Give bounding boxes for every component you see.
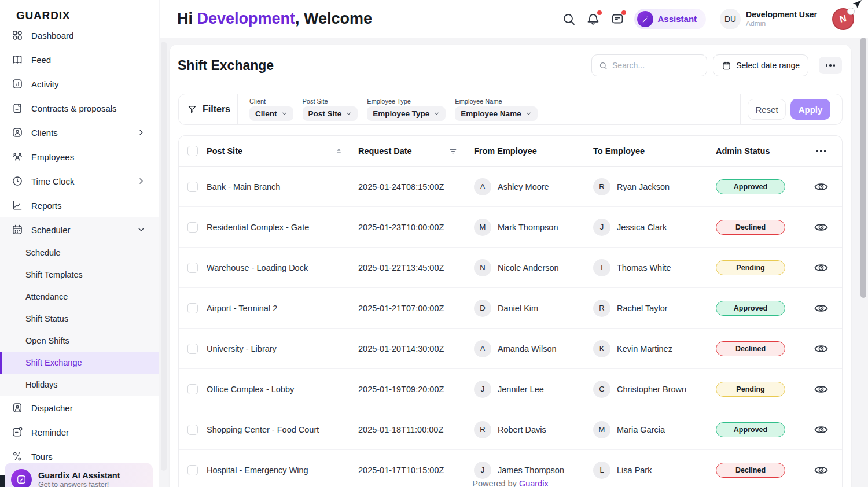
select-date-range-button[interactable]: Select date range (713, 54, 808, 76)
dispatcher-icon (12, 402, 23, 414)
user-menu[interactable]: Development User Admin (746, 9, 817, 29)
table-row: Bank - Main Branch 2025-01-24T08:15:00Z … (179, 167, 842, 207)
sidebar-item-label: Employees (31, 152, 74, 162)
eye-icon (814, 422, 829, 437)
view-details-button[interactable] (811, 258, 831, 278)
ai-card-subtitle: Get to answers faster! (38, 481, 120, 487)
view-details-button[interactable] (811, 379, 831, 399)
calendar-icon (722, 61, 731, 71)
column-header-request-date: Request Date (358, 146, 412, 156)
chevron-down-icon (433, 110, 440, 117)
sidebar-item-clients[interactable]: Clients (0, 120, 159, 145)
post-site-value: Warehouse - Loading Dock (207, 263, 308, 272)
search-input[interactable] (612, 61, 700, 70)
filter-lines-icon[interactable] (448, 146, 458, 156)
sidebar-subitem-open-shifts[interactable]: Open Shifts (0, 330, 159, 352)
sidebar-subitem-shift-status[interactable]: Shift Status (0, 308, 159, 330)
contracts-icon (12, 102, 23, 114)
reset-button[interactable]: Reset (748, 99, 786, 120)
view-details-button[interactable] (811, 298, 831, 318)
scheduler-group: Scheduler Schedule Shift Templates Atten… (0, 217, 159, 396)
column-header-from-employee: From Employee (474, 146, 537, 156)
sidebar-item-dashboard[interactable]: Dashboard (0, 23, 159, 47)
status-badge: Approved (716, 301, 785, 316)
view-details-button[interactable] (811, 420, 831, 440)
row-checkbox[interactable] (187, 182, 198, 192)
view-details-button[interactable] (811, 177, 831, 197)
from-employee-name: James Thompson (498, 466, 564, 475)
filter-group-client: Client Client (249, 98, 293, 121)
sidebar-scrollbar[interactable] (161, 42, 167, 471)
post-site-filter-dropdown[interactable]: Post Site (303, 106, 358, 121)
sidebar-item-reminder[interactable]: Reminder (0, 420, 159, 444)
main-scrollbar[interactable] (860, 38, 866, 298)
row-checkbox[interactable] (187, 303, 198, 313)
post-site-value: Residential Complex - Gate (207, 223, 309, 232)
sidebar-item-reports[interactable]: Reports (0, 193, 159, 217)
guardix-link[interactable]: Guardix (519, 479, 549, 487)
sidebar-item-activity[interactable]: Activity (0, 72, 159, 96)
select-all-checkbox[interactable] (187, 146, 198, 156)
from-employee-avatar: N (474, 259, 491, 276)
status-badge: Pending (716, 260, 785, 275)
sort-icon[interactable] (334, 147, 343, 156)
sidebar-item-feed[interactable]: Feed (0, 47, 159, 72)
messages-icon[interactable] (610, 12, 625, 27)
assistant-button[interactable]: Assistant (634, 9, 707, 29)
notifications-bell-icon[interactable] (586, 12, 601, 27)
filters-bar: Filters Client Client Post Site Po (178, 94, 843, 125)
user-initials-avatar[interactable]: DU (720, 9, 741, 29)
request-date-value: 2025-01-22T13:45:00Z (358, 263, 444, 272)
sidebar-item-time-clock[interactable]: Time Clock (0, 169, 159, 193)
view-details-button[interactable] (811, 217, 831, 237)
card-header-actions: Select date range (591, 54, 842, 76)
column-header-post-site: Post Site (207, 146, 242, 156)
view-details-button[interactable] (811, 460, 831, 480)
row-checkbox[interactable] (187, 384, 198, 394)
sidebar-item-scheduler[interactable]: Scheduler (0, 217, 159, 242)
shift-exchange-card: Shift Exchange Select date range (170, 45, 851, 487)
profile-avatar[interactable]: N (832, 8, 854, 30)
sidebar-item-employees[interactable]: Employees (0, 145, 159, 169)
row-checkbox[interactable] (187, 344, 198, 354)
to-employee-name: Kevin Martinez (617, 344, 672, 353)
status-badge: Pending (716, 382, 785, 397)
to-employee-name: Rachel Taylor (617, 304, 668, 313)
to-employee-name: Ryan Jackson (617, 182, 670, 191)
client-filter-dropdown[interactable]: Client (249, 106, 293, 121)
to-employee-avatar: M (593, 421, 610, 438)
eye-icon (814, 179, 829, 194)
content-area: Shift Exchange Select date range (160, 38, 868, 487)
sidebar-subitem-holidays[interactable]: Holidays (0, 374, 159, 396)
row-checkbox[interactable] (187, 465, 198, 475)
row-checkbox[interactable] (187, 222, 198, 233)
more-options-button[interactable] (819, 57, 842, 74)
filter-group-employee-type: Employee Type Employee Type (367, 98, 446, 121)
filter-label: Post Site (303, 98, 358, 105)
from-employee-avatar: R (474, 421, 491, 438)
sidebar-item-dispatcher[interactable]: Dispatcher (0, 396, 159, 420)
sidebar-subitem-shift-exchange[interactable]: Shift Exchange (0, 352, 159, 374)
sidebar-item-label: Clients (31, 128, 58, 138)
from-employee-avatar: A (474, 340, 491, 357)
to-employee-avatar: R (593, 300, 610, 317)
sidebar-subitem-shift-templates[interactable]: Shift Templates (0, 264, 159, 286)
view-details-button[interactable] (811, 339, 831, 359)
employee-name-filter-dropdown[interactable]: Employee Name (455, 106, 537, 121)
dashboard-icon (12, 29, 23, 41)
filter-group-employee-name: Employee Name Employee Name (455, 98, 537, 121)
eye-icon (814, 260, 829, 275)
post-site-value: University - Library (207, 344, 277, 353)
row-checkbox[interactable] (187, 263, 198, 273)
search-input-wrapper (591, 54, 707, 76)
table-more-icon[interactable] (800, 150, 842, 152)
sidebar-subitem-schedule[interactable]: Schedule (0, 242, 159, 264)
profile-avatar-letter: N (838, 13, 847, 24)
sidebar-item-contracts-proposals[interactable]: Contracts & proposals (0, 96, 159, 120)
guardix-ai-assistant-card[interactable]: Guardix AI Assistant Get to answers fast… (5, 463, 153, 487)
search-icon[interactable] (561, 12, 576, 27)
sidebar-subitem-attendance[interactable]: Attendance (0, 286, 159, 308)
row-checkbox[interactable] (187, 425, 198, 435)
apply-button[interactable]: Apply (790, 99, 830, 120)
employee-type-filter-dropdown[interactable]: Employee Type (367, 106, 446, 121)
